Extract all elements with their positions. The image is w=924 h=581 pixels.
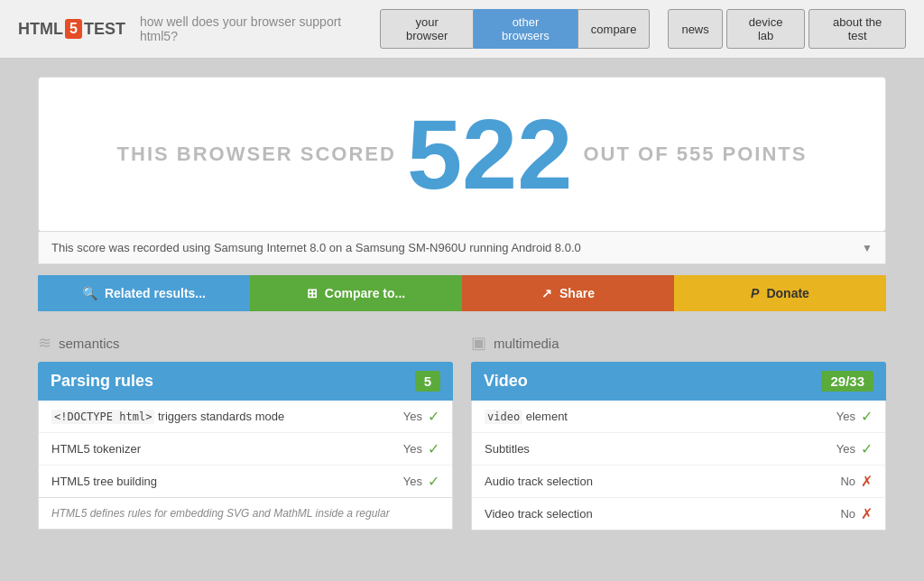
nav-device-lab[interactable]: device lab <box>726 9 806 49</box>
feature-result: Yes ✓ <box>836 408 873 425</box>
feature-result: Yes ✓ <box>403 473 439 490</box>
parsing-rules-category: Parsing rules 5 <!DOCTYPE html> triggers… <box>38 362 453 530</box>
nav-compare[interactable]: compare <box>578 9 651 49</box>
feature-name: Audio track selection <box>485 475 593 488</box>
score-suffix: OUT OF 555 POINTS <box>583 143 807 166</box>
check-yes-icon: ✓ <box>861 440 873 457</box>
logo-5-badge: 5 <box>65 19 82 39</box>
info-bar[interactable]: This score was recorded using Samsung In… <box>38 232 886 264</box>
header: HTML 5 TEST how well does your browser s… <box>0 0 924 59</box>
feature-result: Yes ✓ <box>836 440 873 457</box>
parsing-rules-feature-list: <!DOCTYPE html> triggers standards mode … <box>38 401 453 498</box>
semantics-column: ≋ semantics Parsing rules 5 <!DOCTYPE ht… <box>38 333 453 530</box>
info-bar-text: This score was recorded using Samsung In… <box>51 241 581 254</box>
main-content: THIS BROWSER SCORED 522 OUT OF 555 POINT… <box>20 77 904 530</box>
video-score: 29/33 <box>821 371 873 392</box>
header-nav: your browser other browsers compare news… <box>380 9 906 49</box>
table-row: Subtitles Yes ✓ <box>472 433 885 466</box>
nav-left: your browser other browsers compare <box>380 9 650 49</box>
multimedia-icon: ▣ <box>471 333 486 353</box>
parsing-rules-title-bar: Parsing rules 5 <box>38 362 453 401</box>
score-box: THIS BROWSER SCORED 522 OUT OF 555 POINT… <box>38 77 886 232</box>
feature-name: HTML5 tree building <box>51 475 157 488</box>
feature-result: No ✗ <box>840 505 873 522</box>
table-row: HTML5 tree building Yes ✓ <box>39 466 452 497</box>
related-results-button[interactable]: 🔍 Related results... <box>38 275 250 311</box>
logo: HTML 5 TEST <box>18 19 125 39</box>
feature-name: Subtitles <box>485 442 530 456</box>
check-yes-icon: ✓ <box>428 473 439 490</box>
action-buttons: 🔍 Related results... ⊞ Compare to... ↗ S… <box>38 275 886 311</box>
nav-other-browsers[interactable]: other browsers <box>474 9 578 49</box>
multimedia-label: multimedia <box>494 336 559 351</box>
table-row: Audio track selection No ✗ <box>472 466 885 498</box>
parsing-rules-note: HTML5 defines rules for embedding SVG an… <box>38 498 453 530</box>
multimedia-column: ▣ multimedia Video 29/33 video element Y… <box>471 333 886 530</box>
feature-result: Yes ✓ <box>403 440 439 457</box>
search-icon: 🔍 <box>82 286 97 300</box>
video-category: Video 29/33 video element Yes ✓ Subtitle… <box>471 362 886 530</box>
semantics-section-header: ≋ semantics <box>38 333 453 353</box>
table-row: HTML5 tokenizer Yes ✓ <box>39 433 452 466</box>
table-row: <!DOCTYPE html> triggers standards mode … <box>39 401 452 433</box>
parsing-rules-title: Parsing rules <box>51 372 153 391</box>
feature-name: video element <box>485 410 568 423</box>
check-yes-icon: ✓ <box>428 408 439 425</box>
nav-right: news device lab about the test <box>668 9 906 49</box>
share-button[interactable]: ↗ Share <box>462 275 674 311</box>
grid-icon: ⊞ <box>307 286 318 300</box>
feature-name: <!DOCTYPE html> triggers standards mode <box>51 410 284 423</box>
feature-name: Video track selection <box>485 507 593 521</box>
feature-name: HTML5 tokenizer <box>51 442 141 456</box>
table-row: video element Yes ✓ <box>472 401 885 433</box>
logo-test-text: TEST <box>84 20 125 39</box>
video-title-bar: Video 29/33 <box>471 362 886 401</box>
nav-your-browser[interactable]: your browser <box>380 9 474 49</box>
paypal-icon: P <box>751 286 759 300</box>
semantics-icon: ≋ <box>38 333 51 353</box>
feature-result: Yes ✓ <box>403 408 439 425</box>
semantics-label: semantics <box>59 336 120 351</box>
score-display: THIS BROWSER SCORED 522 OUT OF 555 POINT… <box>57 105 867 204</box>
video-feature-list: video element Yes ✓ Subtitles Yes ✓ Audi… <box>471 401 886 530</box>
dropdown-arrow-icon: ▼ <box>862 242 873 254</box>
nav-news[interactable]: news <box>668 9 722 49</box>
score-number: 522 <box>407 105 573 204</box>
logo-html-text: HTML <box>18 20 63 39</box>
compare-label: Compare to... <box>325 286 405 300</box>
check-yes-icon: ✓ <box>428 440 439 457</box>
check-no-icon: ✗ <box>861 473 873 490</box>
score-prefix: THIS BROWSER SCORED <box>117 143 396 166</box>
donate-label: Donate <box>766 286 808 300</box>
donate-button[interactable]: P Donate <box>674 275 886 311</box>
share-label: Share <box>559 286 595 300</box>
related-results-label: Related results... <box>105 286 206 300</box>
header-left: HTML 5 TEST how well does your browser s… <box>18 14 380 43</box>
results-grid: ≋ semantics Parsing rules 5 <!DOCTYPE ht… <box>38 333 886 530</box>
tagline: how well does your browser support html5… <box>140 14 380 43</box>
nav-about-test[interactable]: about the test <box>808 9 906 49</box>
video-title: Video <box>484 372 528 391</box>
multimedia-section-header: ▣ multimedia <box>471 333 886 353</box>
feature-result: No ✗ <box>840 473 873 490</box>
check-yes-icon: ✓ <box>861 408 873 425</box>
parsing-rules-score: 5 <box>415 371 440 392</box>
check-no-icon: ✗ <box>861 505 873 522</box>
share-icon: ↗ <box>541 286 552 300</box>
compare-button[interactable]: ⊞ Compare to... <box>250 275 462 311</box>
table-row: Video track selection No ✗ <box>472 498 885 530</box>
